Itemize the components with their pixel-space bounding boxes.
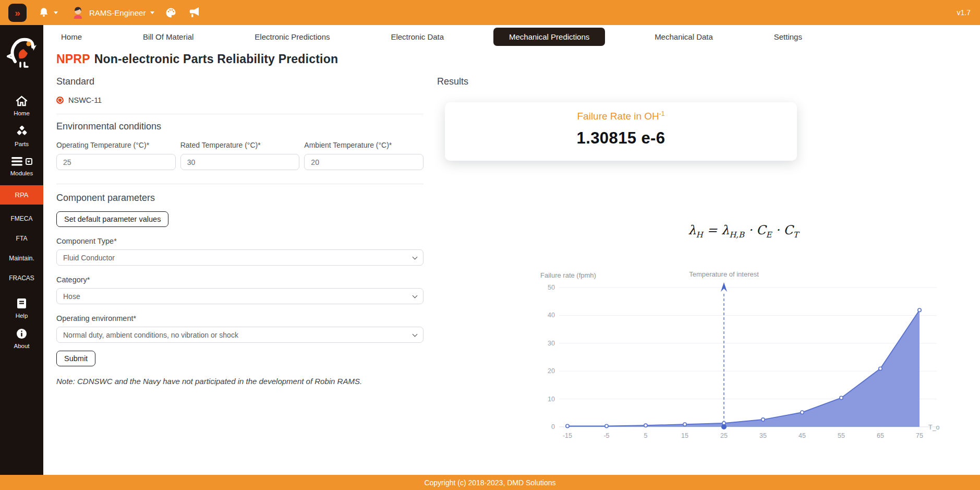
submit-button[interactable]: Submit [56,351,95,366]
standard-option-nswc11[interactable]: NSWC-11 [56,96,102,104]
svg-text:0: 0 [551,423,555,431]
sidebar-item-rpa[interactable]: RPA [0,185,43,205]
chevron-down-icon [413,332,418,337]
app-window: » RAMS-Engineer [0,0,980,490]
rated-temperature-input[interactable] [180,154,300,170]
component-parameters-heading: Component parameters [56,193,424,204]
page-title: NPRPNon-electronic Parts Reliability Pre… [56,52,338,66]
divider [56,184,424,184]
rated-temperature-label: Rated Temperature (°C)* [180,141,300,149]
tab-home[interactable]: Home [50,28,93,45]
divider [56,114,424,114]
sidebar-item-maintain[interactable]: Maintain. [0,248,43,268]
app-version: v1.7 [957,0,971,25]
svg-text:-5: -5 [603,432,609,439]
home-icon [16,95,28,107]
ambient-temperature-label: Ambient Temperature (°C)* [304,141,424,149]
help-icon [17,298,27,310]
tab-electronic-predictions[interactable]: Electronic Predictions [243,28,341,45]
sidebar-item-label: About [14,343,29,349]
component-type-label: Component Type* [56,237,424,245]
standard-heading: Standard [56,76,94,87]
svg-text:10: 10 [548,396,555,403]
main-nav: Home Bill Of Material Electronic Predict… [50,26,814,47]
robin-rams-logo[interactable] [7,35,37,71]
chart-canvas: 01020304050Failure rate (fpmh)-15-551525… [537,268,960,448]
operating-environment-label: Operating environment* [56,314,424,322]
user-dropdown-caret-icon [150,11,154,14]
svg-text:5: 5 [644,432,648,439]
failure-rate-value: 1.30815 e-6 [445,129,797,148]
copyright-text: Copyright (c) 2018-2023, DMD Solutions [424,479,555,487]
svg-text:30: 30 [548,340,555,347]
category-value: Hose [63,292,80,301]
sidebar-item-fta[interactable]: FTA [0,229,43,248]
bell-dropdown-caret-icon[interactable] [54,11,58,14]
sidebar-item-help[interactable]: Help [0,293,43,324]
svg-text:15: 15 [681,432,688,439]
set-default-parameters-button[interactable]: Set default parameter values [56,211,168,227]
tab-bill-of-material[interactable]: Bill Of Material [131,28,205,45]
svg-text:40: 40 [548,312,555,319]
svg-text:20: 20 [548,367,555,375]
footer: Copyright (c) 2018-2023, DMD Solutions [0,475,980,490]
ambient-temperature-input[interactable] [304,154,424,170]
sidebar-item-fmeca[interactable]: FMECA [0,209,43,229]
sidebar-item-label: Home [14,110,30,116]
sidebar-item-about[interactable]: About [0,324,43,354]
sidebar-item-home[interactable]: Home [0,91,43,121]
svg-text:55: 55 [838,432,845,439]
user-avatar [71,6,84,20]
failure-rate-formula: λH = λH,B · CE · CT [621,223,866,240]
about-icon [16,328,27,340]
operating-environment-select[interactable]: Normal duty, ambient conditions, no vibr… [56,327,424,343]
sidebar-expand-icon: » [15,8,20,18]
disclaimer-note: Note: CDNSWC and the Navy have not parti… [56,377,362,386]
operating-environment-value: Normal duty, ambient conditions, no vibr… [63,331,238,339]
tab-mechanical-data[interactable]: Mechanical Data [643,28,724,45]
results-heading: Results [437,76,468,87]
environmental-conditions-heading: Environmental conditions [56,121,424,132]
sidebar-item-label: Parts [15,141,29,147]
chevron-down-icon [413,255,418,260]
operating-temperature-field: Operating Temperature (°C)* [56,141,176,170]
page-title-text: Non-electronic Parts Reliability Predict… [94,52,338,66]
parts-icon [16,126,28,138]
svg-text:50: 50 [548,284,555,291]
operating-temperature-label: Operating Temperature (°C)* [56,141,176,149]
failure-rate-unit-exponent: -1 [659,110,665,117]
svg-text:35: 35 [759,432,767,439]
radio-label: NSWC-11 [68,96,102,104]
username: RAMS-Engineer [89,8,146,17]
topbar: » RAMS-Engineer [0,0,980,25]
rated-temperature-field: Rated Temperature (°C)* [180,141,300,170]
failure-rate-card: Failure Rate in OH-1 1.30815 e-6 [445,102,797,161]
modules-icon [11,157,23,168]
modules-expand-icon[interactable] [26,158,32,165]
tab-mechanical-predictions[interactable]: Mechanical Predictions [493,28,605,46]
sidebar-expand-button[interactable]: » [8,4,27,22]
radio-selected-icon[interactable] [56,97,64,104]
component-parameters-section: Component parameters Set default paramet… [56,193,424,366]
tab-settings[interactable]: Settings [763,28,814,45]
sidebar-item-fracas[interactable]: FRACAS [0,268,43,288]
failure-rate-card-title: Failure Rate in OH-1 [445,110,797,122]
megaphone-icon[interactable] [188,7,201,18]
chevron-down-icon [413,293,418,298]
bell-icon[interactable] [38,7,50,18]
user-menu[interactable]: RAMS-Engineer [71,6,154,20]
operating-temperature-input[interactable] [56,154,176,170]
svg-text:65: 65 [877,432,884,439]
sidebar-item-parts[interactable]: Parts [0,121,43,152]
sidebar-item-label: Modules [10,170,33,176]
environmental-conditions-section: Environmental conditions Operating Tempe… [56,121,424,170]
palette-icon[interactable] [165,7,177,19]
category-select[interactable]: Hose [56,288,424,304]
tab-electronic-data[interactable]: Electronic Data [379,28,455,45]
svg-text:75: 75 [916,432,923,439]
page-title-abbr: NPRP [56,52,90,66]
sidebar-item-modules[interactable]: Modules [0,152,43,181]
ambient-temperature-field: Ambient Temperature (°C)* [304,141,424,170]
category-label: Category* [56,276,424,284]
component-type-select[interactable]: Fluid Conductor [56,249,424,266]
